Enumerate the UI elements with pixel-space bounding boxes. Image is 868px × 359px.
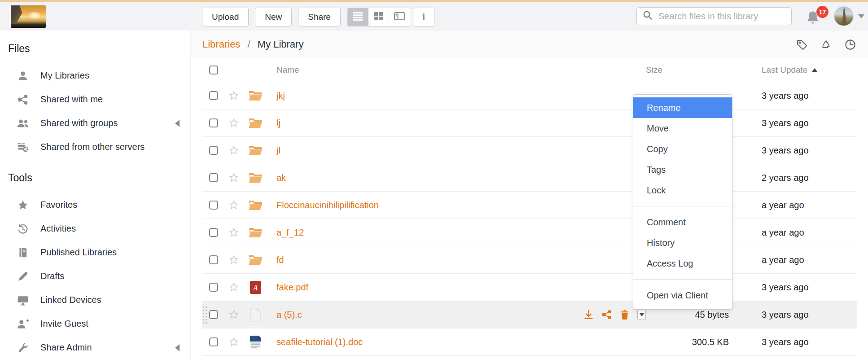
row-checkbox[interactable] [209,118,218,127]
favorite-star-icon[interactable] [228,90,239,101]
breadcrumb-libraries-link[interactable]: Libraries [202,39,240,50]
sidebar-item-published-libraries[interactable]: Published Libraries [0,241,190,264]
column-header-name[interactable]: Name [276,65,299,75]
table-row[interactable]: Floccinaucinihilipilification a year ago [202,192,857,219]
sidebar-item-label: Shared from other servers [40,142,145,152]
sidebar-item-my-libraries[interactable]: My Libraries [0,64,190,88]
context-menu-item-rename[interactable]: Rename [633,97,732,118]
context-menu-item-open-via-client[interactable]: Open via Client [633,285,732,306]
row-checkbox[interactable] [209,337,218,346]
column-header-last-update[interactable]: Last Update [729,65,857,75]
sidebar-item-shared-with-me[interactable]: Shared with me [0,88,190,111]
row-last-update: 3 years ago [729,91,857,101]
table-row[interactable]: seafile-tutorial (1).doc 300.5 KB 3 year… [202,328,857,356]
row-checkbox[interactable] [209,91,218,100]
table-row[interactable]: jkj 3 years ago [202,82,857,109]
row-checkbox[interactable] [209,283,218,292]
sidebar-item-favorites[interactable]: Favorites [0,193,190,217]
row-checkbox[interactable] [209,146,218,155]
account-menu-caret-icon[interactable] [858,14,864,18]
table-row[interactable]: ak 2 years ago [202,164,857,192]
row-checkbox[interactable] [209,310,218,319]
favorite-star-icon[interactable] [228,172,239,183]
table-row[interactable]: A fake.pdf 3 years ago [202,274,857,301]
row-checkbox[interactable] [209,255,218,264]
notifications-button[interactable]: 17 [805,6,823,26]
search-box [636,7,792,25]
app-logo[interactable] [11,5,46,28]
file-link[interactable]: jl [276,145,281,155]
sidebar-item-invite-guest[interactable]: Invite Guest [0,312,190,336]
list-view-button[interactable] [348,8,368,26]
trash-recycle-icon[interactable] [820,38,832,51]
main-panel: Libraries / My Library Name Size Last Up… [191,31,868,359]
favorite-star-icon[interactable] [228,145,239,156]
table-row[interactable]: lj 3 years ago [202,109,857,137]
favorite-star-icon[interactable] [228,309,239,320]
file-link[interactable]: a_f_12 [276,228,304,237]
context-menu-item-tags[interactable]: Tags [633,159,732,180]
tools-section-items: Favorites Activities Published Libraries… [0,193,190,359]
file-link[interactable]: a (5).c [276,310,302,320]
group-icon [16,117,30,130]
sidebar-item-shared-with-groups[interactable]: Shared with groups [0,111,190,135]
share-icon[interactable] [601,309,612,320]
column-header-size[interactable]: Size [646,65,729,75]
row-checkbox[interactable] [209,173,218,182]
file-link[interactable]: ak [276,173,286,183]
info-button[interactable]: i [413,8,434,26]
row-last-update: 3 years ago [729,118,857,128]
file-link[interactable]: jkj [276,91,285,101]
favorite-star-icon[interactable] [228,227,239,238]
file-link[interactable]: seafile-tutorial (1).doc [276,337,363,347]
tags-icon[interactable] [795,38,808,51]
context-menu-item-copy[interactable]: Copy [633,139,732,159]
doc-file-icon [248,335,263,349]
upload-button[interactable]: Upload [202,8,249,26]
favorite-star-icon[interactable] [228,282,239,293]
library-toolbar: Upload New Share i [202,8,434,26]
context-menu-item-history[interactable]: History [633,232,732,253]
favorite-star-icon[interactable] [228,254,239,265]
sidebar-item-activities[interactable]: Activities [0,217,190,241]
row-checkbox[interactable] [209,228,218,237]
table-row-hovered[interactable]: a (5).c 45 bytes 3 years ago [202,301,857,328]
sidebar-item-linked-devices[interactable]: Linked Devices [0,288,190,312]
more-actions-button[interactable] [637,310,646,320]
sidebar-item-drafts[interactable]: Drafts [0,264,190,288]
context-menu-item-comment[interactable]: Comment [633,212,732,232]
search-input[interactable] [658,11,786,22]
table-row[interactable]: a_f_12 a year ago [202,219,857,246]
row-checkbox[interactable] [209,201,218,210]
new-button[interactable]: New [255,8,292,26]
file-link[interactable]: Floccinaucinihilipilification [276,200,379,210]
history-icon[interactable] [844,38,856,51]
select-all-checkbox[interactable] [209,66,218,74]
table-row[interactable]: fd a year ago [202,246,857,274]
file-link[interactable]: fake.pdf [276,282,308,292]
row-size: 45 bytes [646,310,729,320]
drag-handle[interactable] [202,306,208,324]
favorite-star-icon[interactable] [228,337,239,347]
file-link[interactable]: fd [276,255,284,265]
favorite-star-icon[interactable] [228,118,239,128]
sidebar-item-label: My Libraries [40,70,89,81]
grid-view-button[interactable] [368,8,389,26]
sidebar-item-label: Drafts [40,271,64,281]
avatar[interactable] [834,6,854,26]
file-link[interactable]: lj [276,118,281,128]
favorite-star-icon[interactable] [228,200,239,210]
collapse-caret-icon[interactable] [175,344,180,351]
sidebar-item-shared-from-other-servers[interactable]: Shared from other servers [0,135,190,159]
context-menu-item-move[interactable]: Move [633,118,732,139]
context-menu-item-access-log[interactable]: Access Log [633,253,732,274]
context-menu-item-lock[interactable]: Lock [633,180,732,201]
notification-badge[interactable]: 17 [816,6,829,18]
download-icon[interactable] [583,309,594,320]
table-row[interactable]: jl 3 years ago [202,137,857,164]
sidebar-item-share-admin[interactable]: Share Admin [0,336,190,359]
collapse-caret-icon[interactable] [175,120,180,127]
delete-icon[interactable] [619,309,630,320]
detail-view-button[interactable] [389,8,410,26]
share-button[interactable]: Share [298,8,341,26]
